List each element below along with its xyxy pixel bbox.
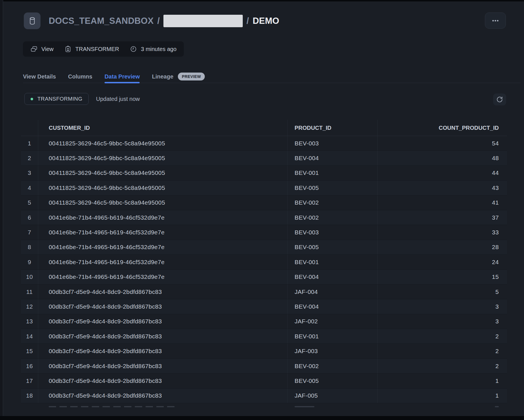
row-number-cell: 17	[21, 374, 38, 388]
table-row: 1200db3cf7-d5e9-4dc4-8dc9-2bdfd867bc83BE…	[21, 299, 507, 314]
product-id-cell: JAF-004	[287, 285, 378, 299]
breadcrumb-database[interactable]: DOCS_TEAM_SANDBOX	[49, 16, 154, 26]
customer-id-cell: 00db3cf7-d5e9-4dc4-8dc9-2bdfd867bc83	[38, 389, 287, 403]
customer-id-cell: 00411825-3629-46c5-9bbc-5c8a94e95005	[38, 151, 287, 165]
customer-id-cell: 0041e6be-71b4-4965-b619-46cf532d9e7e	[38, 240, 287, 254]
product-id-cell: BEV-004	[287, 299, 378, 314]
product-id-cell: BEV-002	[287, 359, 378, 373]
preview-badge: PREVIEW	[178, 73, 205, 80]
row-number-cell: 6	[21, 210, 38, 225]
product-id-cell: BEV-002	[287, 196, 378, 210]
count-cell: 1	[378, 374, 507, 388]
row-number-cell: 2	[21, 151, 38, 165]
tab-columns[interactable]: Columns	[68, 70, 92, 83]
table-row: 1800db3cf7-d5e9-4dc4-8dc9-2bdfd867bc83JA…	[21, 389, 507, 403]
table-row: 100411825-3629-46c5-9bbc-5c8a94e95005BEV…	[21, 136, 507, 151]
column-header-product-id[interactable]: PRODUCT_ID	[287, 120, 378, 136]
product-id-cell: BEV-001	[287, 255, 378, 269]
column-header-count-product-id[interactable]: COUNT_PRODUCT_ID	[378, 120, 507, 136]
clipped-text	[495, 406, 499, 407]
count-cell: 54	[378, 136, 507, 150]
table-row: 1300db3cf7-d5e9-4dc4-8dc9-2bdfd867bc83JA…	[21, 314, 507, 329]
customer-id-cell: 00db3cf7-d5e9-4dc4-8dc9-2bdfd867bc83	[38, 374, 287, 388]
ellipsis-icon	[491, 17, 499, 25]
row-number-cell: 16	[21, 359, 38, 373]
row-number-cell: 9	[21, 255, 38, 269]
table-row: 400411825-3629-46c5-9bbc-5c8a94e95005BEV…	[21, 181, 507, 195]
column-header-customer-id[interactable]: CUSTOMER_ID	[38, 120, 287, 136]
row-number-cell: 10	[21, 270, 38, 284]
row-number-cell: 15	[21, 344, 38, 358]
clipped-text	[295, 406, 314, 407]
row-number-cell: 8	[21, 240, 38, 254]
table-row: 200411825-3629-46c5-9bbc-5c8a94e95005BEV…	[21, 151, 507, 166]
customer-id-cell: 00411825-3629-46c5-9bbc-5c8a94e95005	[38, 196, 287, 210]
tab-view-details[interactable]: View Details	[23, 70, 56, 83]
window-top-edge	[0, 0, 524, 1]
customer-id-cell: 00db3cf7-d5e9-4dc4-8dc9-2bdfd867bc83	[38, 329, 287, 343]
table-row: 1700db3cf7-d5e9-4dc4-8dc9-2bdfd867bc83BE…	[21, 374, 507, 388]
table-row: 1100db3cf7-d5e9-4dc4-8dc9-2bdfd867bc83JA…	[21, 285, 507, 299]
row-number-cell: 4	[21, 181, 38, 195]
tab-label: Lineage	[152, 73, 173, 80]
row-number-cell: 1	[21, 136, 38, 150]
customer-id-cell: 00db3cf7-d5e9-4dc4-8dc9-2bdfd867bc83	[38, 314, 287, 329]
id-badge-icon	[64, 45, 72, 53]
customer-id-cell: 00411825-3629-46c5-9bbc-5c8a94e95005	[38, 166, 287, 180]
tab-bar: View Details Columns Data Preview Lineag…	[23, 68, 521, 83]
clipped-text	[49, 406, 176, 407]
data-preview-table: CUSTOMER_ID PRODUCT_ID COUNT_PRODUCT_ID …	[21, 120, 507, 410]
database-icon	[24, 12, 41, 29]
title-row: DOCS_TEAM_SANDBOX / / DEMO	[24, 12, 279, 29]
tab-label: View Details	[23, 73, 56, 80]
clock-icon	[130, 45, 137, 53]
product-id-cell: JAF-002	[287, 314, 378, 329]
refresh-button[interactable]	[493, 94, 506, 105]
table-row: 70041e6be-71b4-4965-b619-46cf532d9e7eBEV…	[21, 225, 507, 240]
customer-id-cell: 00411825-3629-46c5-9bbc-5c8a94e95005	[38, 181, 287, 195]
product-id-cell: BEV-001	[287, 166, 378, 180]
product-id-cell: BEV-005	[287, 374, 378, 388]
row-number-header	[21, 120, 38, 136]
object-role-chip: TRANSFORMER	[64, 45, 119, 53]
status-label: TRANSFORMING	[37, 96, 82, 102]
tab-data-preview[interactable]: Data Preview	[105, 70, 140, 83]
count-cell: 28	[378, 240, 507, 254]
row-number-cell: 18	[21, 389, 38, 403]
object-age-label: 3 minutes ago	[141, 46, 176, 52]
table-row: 80041e6be-71b4-4965-b619-46cf532d9e7eBEV…	[21, 240, 507, 255]
breadcrumb-object[interactable]: DEMO	[253, 16, 279, 26]
customer-id-cell: 00db3cf7-d5e9-4dc4-8dc9-2bdfd867bc83	[38, 299, 287, 314]
table-row: 1400db3cf7-d5e9-4dc4-8dc9-2bdfd867bc83BE…	[21, 329, 507, 344]
count-cell: 41	[378, 196, 507, 210]
count-cell: 2	[378, 359, 507, 373]
count-cell: 1	[378, 389, 507, 403]
row-number-cell: 14	[21, 329, 38, 343]
tab-lineage[interactable]: Lineage PREVIEW	[152, 70, 205, 83]
product-id-cell: BEV-003	[287, 225, 378, 239]
more-options-button[interactable]	[485, 12, 506, 29]
product-id-cell: BEV-005	[287, 240, 378, 254]
count-cell: 48	[378, 151, 507, 165]
refresh-icon	[496, 96, 503, 103]
count-cell: 2	[378, 344, 507, 358]
table-row: 1500db3cf7-d5e9-4dc4-8dc9-2bdfd867bc83JA…	[21, 344, 507, 359]
table-row: 60041e6be-71b4-4965-b619-46cf532d9e7eBEV…	[21, 210, 507, 225]
tab-label: Columns	[68, 73, 92, 80]
product-id-cell: BEV-003	[287, 136, 378, 150]
object-type-chip: View	[30, 45, 54, 53]
customer-id-cell: 0041e6be-71b4-4965-b619-46cf532d9e7e	[38, 270, 287, 284]
row-number-cell: 11	[21, 285, 38, 299]
row-number-cell: 7	[21, 225, 38, 239]
row-number-cell: 13	[21, 314, 38, 329]
metadata-bar: View TRANSFORMER 3 minutes ago	[23, 41, 184, 57]
status-dot-icon	[31, 98, 33, 100]
updated-text: Updated just now	[96, 93, 140, 105]
customer-id-cell: 00db3cf7-d5e9-4dc4-8dc9-2bdfd867bc83	[38, 344, 287, 358]
object-role-label: TRANSFORMER	[75, 46, 119, 52]
table-row: 1600db3cf7-d5e9-4dc4-8dc9-2bdfd867bc83BE…	[21, 359, 507, 374]
table-body: 100411825-3629-46c5-9bbc-5c8a94e95005BEV…	[21, 136, 507, 403]
table-row: 300411825-3629-46c5-9bbc-5c8a94e95005BEV…	[21, 166, 507, 181]
count-cell: 24	[378, 255, 507, 269]
count-cell: 37	[378, 210, 507, 225]
